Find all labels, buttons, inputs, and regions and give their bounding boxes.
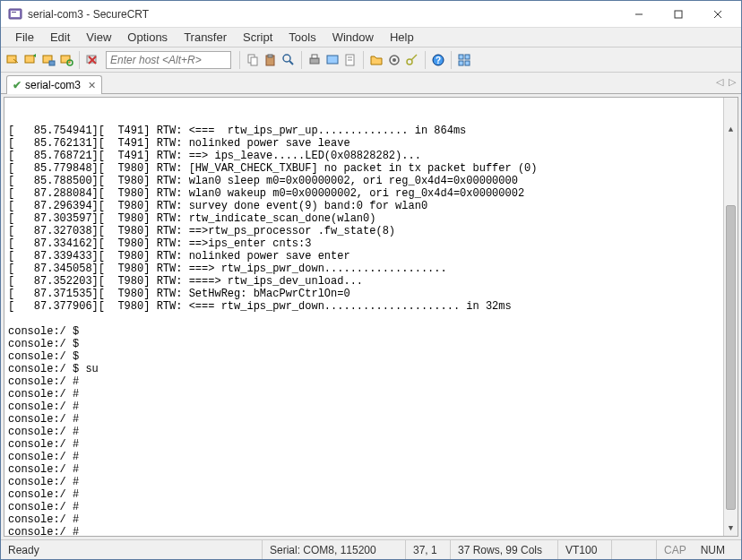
svg-rect-19 (268, 55, 272, 57)
status-ready: Ready (1, 540, 263, 559)
settings-icon[interactable] (386, 52, 402, 68)
toolbar-sep (451, 51, 452, 69)
svg-text:?: ? (436, 56, 441, 65)
connect-icon[interactable] (4, 52, 21, 68)
svg-rect-37 (465, 61, 470, 65)
terminal-output: [ 85.754941][ T491] RTW: <=== rtw_ips_pw… (8, 125, 734, 537)
find-icon[interactable] (280, 52, 297, 68)
app-icon (8, 7, 22, 22)
tabbar: ✔ serial-com3 ✕ ◁ ▷ (1, 73, 741, 94)
tab-next-icon[interactable]: ▷ (729, 76, 736, 88)
menu-tools[interactable]: Tools (281, 29, 323, 46)
terminal[interactable]: [ 85.754941][ T491] RTW: <=== rtw_ips_pw… (4, 97, 738, 537)
window-title: serial-com3 - SecureCRT (28, 8, 619, 21)
session-icon[interactable] (324, 52, 341, 68)
svg-rect-24 (327, 56, 338, 64)
scrollbar[interactable]: ▲ ▼ (723, 98, 738, 536)
key-icon[interactable] (404, 52, 420, 68)
paste-icon[interactable] (263, 52, 279, 68)
scroll-down-icon[interactable]: ▼ (724, 521, 738, 536)
status-cap: CAP (657, 540, 694, 559)
disconnect-icon[interactable] (84, 52, 100, 68)
svg-rect-35 (465, 55, 470, 59)
menu-options[interactable]: Options (120, 29, 175, 46)
toolbar: ? (1, 47, 741, 73)
tab-close-icon[interactable]: ✕ (88, 80, 96, 91)
tab-serial-com3[interactable]: ✔ serial-com3 ✕ (6, 75, 102, 94)
copy-icon[interactable] (245, 52, 261, 68)
scroll-up-icon[interactable]: ▲ (724, 123, 738, 137)
status-num: NUM (694, 540, 732, 559)
help-icon[interactable]: ? (430, 52, 446, 68)
svg-rect-7 (7, 56, 16, 63)
host-input[interactable] (106, 51, 231, 69)
svg-point-29 (393, 58, 396, 62)
menu-window[interactable]: Window (325, 29, 381, 46)
tab-prev-icon[interactable]: ◁ (716, 76, 723, 88)
maximize-button[interactable] (659, 2, 698, 27)
terminal-wrap: [ 85.754941][ T491] RTW: <=== rtw_ips_pw… (1, 94, 741, 539)
connect-bar-icon[interactable] (40, 52, 56, 68)
scroll-thumb[interactable] (726, 205, 736, 510)
tab-label: serial-com3 (25, 79, 81, 91)
folder-icon[interactable] (368, 52, 384, 68)
svg-rect-10 (49, 61, 55, 65)
svg-rect-36 (459, 61, 463, 65)
toolbar-sep (301, 51, 302, 69)
quickconnect-icon[interactable] (22, 52, 39, 68)
svg-rect-23 (312, 55, 317, 58)
svg-line-21 (289, 61, 293, 65)
status-cursor-pos: 37, 1 (406, 540, 451, 559)
menubar: File Edit View Options Transfer Script T… (1, 28, 741, 47)
titlebar: serial-com3 - SecureCRT (1, 1, 741, 28)
svg-rect-22 (310, 58, 319, 64)
menu-script[interactable]: Script (236, 29, 280, 46)
toolbar-sep (425, 51, 426, 69)
status-port: Serial: COM8, 115200 (263, 540, 406, 559)
svg-point-20 (283, 55, 290, 62)
svg-rect-4 (675, 11, 682, 18)
menu-file[interactable]: File (8, 29, 41, 46)
svg-line-31 (411, 55, 417, 60)
svg-rect-11 (61, 56, 70, 63)
statusbar: Ready Serial: COM8, 115200 37, 1 37 Rows… (1, 539, 741, 559)
log-icon[interactable] (342, 52, 358, 68)
status-size: 37 Rows, 99 Cols (451, 540, 558, 559)
svg-rect-17 (251, 57, 257, 65)
menu-help[interactable]: Help (383, 29, 421, 46)
menu-view[interactable]: View (79, 29, 118, 46)
menu-transfer[interactable]: Transfer (177, 29, 234, 46)
toolbar-sep (79, 51, 80, 69)
toolbar-sep (363, 51, 364, 69)
check-icon: ✔ (13, 79, 22, 91)
status-emulation: VT100 (558, 540, 612, 559)
menu-edit[interactable]: Edit (43, 29, 77, 46)
svg-rect-8 (25, 56, 34, 63)
tile-icon[interactable] (456, 52, 472, 68)
toolbar-sep (239, 51, 240, 69)
svg-rect-2 (12, 12, 16, 13)
svg-rect-34 (459, 55, 463, 59)
print-icon[interactable] (306, 52, 323, 68)
reconnect-icon[interactable] (58, 52, 74, 68)
close-button[interactable] (698, 2, 738, 27)
minimize-button[interactable] (619, 2, 659, 27)
